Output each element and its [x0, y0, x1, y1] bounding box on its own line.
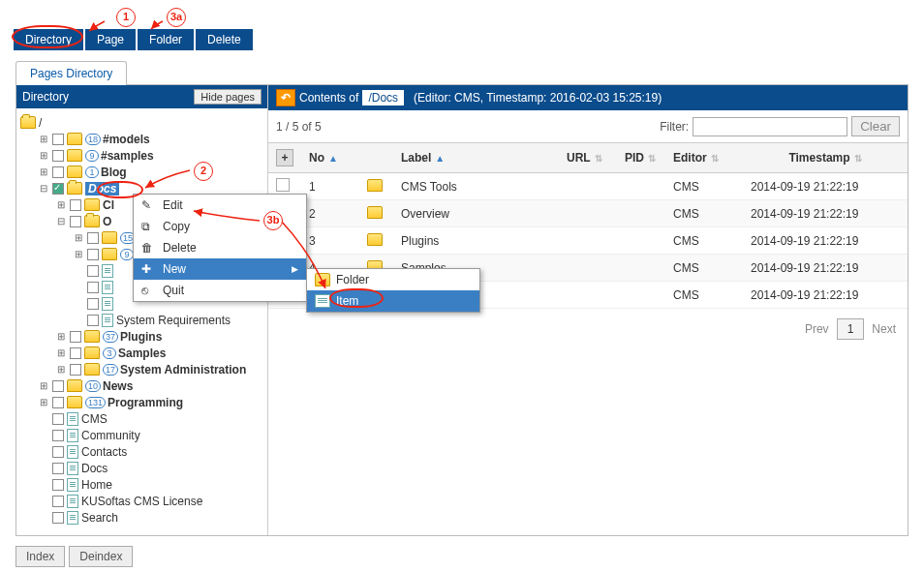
tree-checkbox[interactable] [70, 364, 81, 376]
tree-item-programming[interactable]: Programming [108, 396, 183, 409]
tree-checkbox[interactable] [52, 134, 64, 145]
col-no[interactable]: No [309, 151, 324, 165]
deindex-button[interactable]: Deindex [69, 546, 133, 567]
expander-icon[interactable]: ⊟ [55, 216, 67, 226]
tree-checkbox[interactable] [52, 496, 64, 507]
page-icon [67, 495, 78, 508]
col-url[interactable]: URL [567, 151, 591, 165]
tab-pages-directory[interactable]: Pages Directory [15, 61, 127, 85]
ctx-new[interactable]: ✚New▶ [134, 258, 306, 280]
ctx-quit[interactable]: ⎋Quit [134, 280, 306, 301]
tree-checkbox[interactable] [52, 512, 64, 524]
count-badge: 9 [120, 249, 134, 260]
cell-label: Overview [393, 200, 559, 227]
page-number[interactable]: 1 [837, 318, 865, 340]
tree-item-blog[interactable]: Blog [101, 166, 127, 179]
add-row-button[interactable]: + [276, 149, 293, 166]
tree-checkbox[interactable] [87, 232, 99, 244]
tree-item-community[interactable]: Community [81, 429, 140, 442]
delete-button[interactable]: Delete [196, 29, 253, 50]
tree-checkbox[interactable] [52, 413, 64, 425]
hide-pages-button[interactable]: Hide pages [194, 89, 262, 105]
expander-icon[interactable]: ⊞ [55, 199, 67, 210]
tree-item-samples[interactable]: #samples [101, 149, 154, 163]
tree-checkbox[interactable] [70, 199, 81, 211]
table-row[interactable]: 2OverviewCMS2014-09-19 21:22:19 [268, 200, 908, 227]
tree-checkbox[interactable] [52, 479, 64, 491]
tree-checkbox[interactable] [87, 298, 99, 310]
tree-checkbox[interactable] [52, 397, 64, 408]
tree-item-sysadmin[interactable]: System Administration [120, 363, 246, 376]
ctx-copy[interactable]: ⧉Copy [134, 216, 306, 237]
tree-item-contacts[interactable]: Contacts [81, 445, 127, 459]
expander-icon[interactable]: ⊞ [38, 397, 49, 407]
meta-info: (Editor: CMS, Timestamp: 2016-02-03 15:2… [414, 91, 662, 105]
sort-icon: ⇅ [711, 153, 719, 164]
tree-checkbox[interactable] [52, 380, 64, 392]
col-editor[interactable]: Editor [673, 151, 707, 165]
tree-item-license[interactable]: KUSoftas CMS License [81, 495, 202, 508]
tree-item-docs[interactable]: Docs [85, 182, 119, 196]
tree-item[interactable]: Cl [103, 198, 114, 212]
expander-icon[interactable]: ⊟ [38, 183, 49, 194]
sort-icon: ⇅ [854, 153, 862, 164]
tree-item-models[interactable]: #models [103, 133, 150, 146]
table-row[interactable]: 3PluginsCMS2014-09-19 21:22:19 [268, 227, 908, 255]
tree-checkbox[interactable] [52, 150, 64, 162]
folder-icon [367, 179, 383, 192]
ctx-new-item[interactable]: Item [307, 290, 479, 312]
page-button[interactable]: Page [85, 29, 136, 50]
cell-timestamp: 2014-09-19 21:22:19 [743, 200, 908, 227]
tree-checkbox[interactable] [87, 315, 99, 326]
tree-item-search[interactable]: Search [81, 511, 118, 525]
tree-checkbox[interactable] [70, 347, 81, 359]
tree-item-home[interactable]: Home [81, 478, 112, 492]
tree-checkbox[interactable] [52, 166, 64, 178]
folder-button[interactable]: Folder [138, 29, 194, 50]
index-button[interactable]: Index [15, 546, 65, 567]
expander-icon[interactable]: ⊞ [73, 232, 84, 243]
ctx-edit[interactable]: ✎Edit [134, 195, 306, 216]
folder-icon [84, 363, 100, 376]
tree-item-cms[interactable]: CMS [81, 412, 108, 426]
col-timestamp[interactable]: Timestamp [788, 151, 849, 165]
tree-item-samples2[interactable]: Samples [118, 346, 166, 360]
ctx-delete[interactable]: 🗑Delete [134, 237, 306, 258]
tree-checkbox[interactable] [87, 282, 99, 293]
cell-editor: CMS [665, 200, 743, 227]
back-button[interactable]: ↶ [276, 89, 295, 106]
table-row[interactable]: 1CMS ToolsCMS2014-09-19 21:22:19 [268, 173, 908, 200]
col-pid[interactable]: PID [625, 151, 644, 165]
tree-item-sysreq[interactable]: System Requirements [116, 314, 231, 327]
filter-input[interactable] [693, 117, 847, 136]
tree-item-news[interactable]: News [103, 379, 133, 393]
expander-icon[interactable]: ⊞ [73, 249, 84, 259]
tree-checkbox[interactable] [52, 430, 64, 441]
expander-icon[interactable]: ⊞ [55, 347, 67, 358]
prev-button[interactable]: Prev [805, 322, 829, 336]
directory-button[interactable]: Directory [14, 29, 83, 50]
clear-button[interactable]: Clear [851, 116, 900, 136]
tree-checkbox[interactable] [70, 331, 81, 343]
expander-icon[interactable]: ⊞ [38, 150, 49, 161]
ctx-new-folder[interactable]: Folder [307, 269, 479, 290]
expander-icon[interactable]: ⊞ [38, 380, 49, 391]
tree-checkbox[interactable] [87, 265, 99, 277]
tree-checkbox[interactable] [52, 446, 64, 458]
tree-checkbox[interactable] [52, 463, 64, 474]
row-checkbox[interactable] [276, 178, 290, 192]
tree-item-docs2[interactable]: Docs [81, 462, 108, 475]
tree-item[interactable]: O [103, 215, 111, 228]
expander-icon[interactable]: ⊞ [38, 134, 49, 144]
next-button[interactable]: Next [872, 322, 896, 336]
tree-item-plugins[interactable]: Plugins [120, 330, 162, 344]
col-label[interactable]: Label [401, 151, 431, 165]
expander-icon[interactable]: ⊞ [55, 364, 67, 375]
tree-checkbox[interactable] [87, 249, 99, 260]
tree-checkbox[interactable] [70, 216, 81, 227]
tree-checkbox[interactable] [52, 183, 64, 195]
tree-root[interactable]: / [39, 116, 42, 130]
expander-icon[interactable]: ⊞ [38, 166, 49, 177]
expander-icon[interactable]: ⊞ [55, 331, 67, 342]
count-badge: 37 [103, 331, 118, 343]
